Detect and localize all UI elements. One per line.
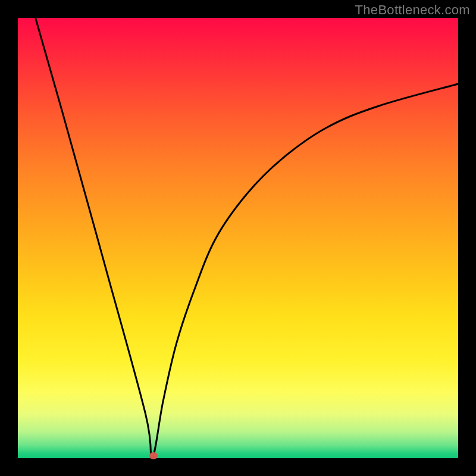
watermark-text: TheBottleneck.com (355, 2, 470, 18)
chart-frame: TheBottleneck.com (0, 0, 476, 476)
curve-path (36, 18, 458, 458)
bottleneck-curve (18, 18, 458, 458)
minimum-dot (149, 452, 158, 459)
